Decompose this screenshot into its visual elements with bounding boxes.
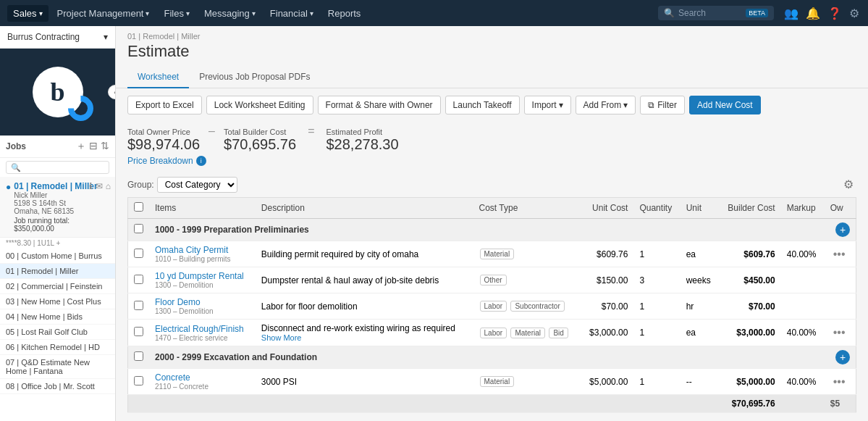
filter-jobs-icon[interactable]: ⊟	[89, 140, 98, 153]
add-new-cost-button[interactable]: Add New Cost	[689, 96, 761, 114]
item-row-city-permit: Omaha City Permit 1010 – Building permit…	[128, 241, 856, 267]
grid-settings-icon[interactable]: ⚙	[840, 176, 856, 193]
nav-project-management[interactable]: Project Management ▾	[51, 5, 156, 22]
job-02[interactable]: 02 | Commercial | Feinstein	[0, 279, 115, 294]
page-title: Estimate	[116, 41, 868, 67]
owner-price-label: Total Owner Price	[127, 128, 200, 136]
nav-sales-label: Sales	[13, 8, 37, 19]
item-elec-checkbox[interactable]	[134, 327, 143, 336]
item-dumpster-unit: weeks	[681, 267, 719, 293]
item-permit-more-icon[interactable]: •••	[830, 248, 848, 260]
item-dumpster-quantity: 3	[633, 267, 680, 293]
section-1-label: 1000 - 1999 Preparation Preliminaries	[155, 225, 309, 235]
price-breakdown-link[interactable]: Price Breakdown i	[116, 154, 868, 172]
item-floordemo-name[interactable]: Floor Demo	[155, 297, 250, 307]
cost-badge-material2: Material	[510, 328, 545, 338]
builder-cost-block: Total Builder Cost $70,695.76	[224, 128, 296, 153]
nav-messaging[interactable]: Messaging ▾	[198, 5, 261, 22]
show-more-link[interactable]: Show More	[261, 333, 468, 342]
tab-worksheet[interactable]: Worksheet	[127, 67, 189, 88]
sidebar-collapse-button[interactable]: ‹	[108, 85, 116, 99]
item-elec-more-icon[interactable]: •••	[830, 326, 848, 338]
tab-bar: Worksheet Previous Job Proposal PDFs	[116, 67, 868, 88]
item-floordemo-checkbox[interactable]	[134, 301, 143, 310]
item-elec-desc-text: Disconnect and re-work existing wiring a…	[261, 323, 468, 333]
add-from-button[interactable]: Add From ▾	[576, 96, 636, 114]
item-elec-name[interactable]: Electrical Rough/Finish	[155, 324, 250, 334]
item-elec-builder-cost: $3,000.00	[719, 320, 781, 346]
item-row-concrete: Concrete 2110 – Concrete 3000 PSI Materi…	[128, 369, 856, 395]
job-search	[6, 161, 109, 174]
item-dumpster-name[interactable]: 10 yd Dumpster Rental	[155, 271, 250, 281]
item-concrete-checkbox[interactable]	[134, 376, 143, 385]
section-2-add-button[interactable]: +	[835, 350, 850, 364]
item-floordemo-builder-cost: $70.00	[719, 293, 781, 320]
job-07[interactable]: 07 | Q&D Estimate New Home | Fantana	[0, 355, 115, 379]
nav-reports[interactable]: Reports	[322, 5, 367, 22]
group-select[interactable]: Cost Category	[157, 177, 237, 193]
item-floordemo-markup	[781, 293, 825, 320]
job-05[interactable]: 05 | Lost Rail Golf Club	[0, 325, 115, 340]
company-selector[interactable]: Burrus Contracting ▾	[0, 26, 115, 49]
grid-footer-row: $70,695.76 $5	[128, 395, 856, 413]
section-2-label: 2000 - 2999 Excavation and Foundation	[155, 352, 317, 362]
item-floordemo-desc: Labor for floor demolition	[256, 293, 473, 320]
job-search-input[interactable]	[11, 163, 104, 172]
item-elec-unit: ea	[681, 320, 719, 346]
nav-financial[interactable]: Financial ▾	[264, 5, 319, 22]
item-concrete-markup: 40.00%	[781, 369, 825, 395]
nav-msg-label: Messaging	[204, 8, 250, 19]
item-elec-sub: 1470 – Electric service	[155, 334, 250, 342]
export-excel-button[interactable]: Export to Excel	[127, 96, 202, 114]
active-job-client: Nick Miller	[14, 191, 109, 199]
section-1-add-button[interactable]: +	[835, 222, 850, 237]
nav-sales[interactable]: Sales ▾	[7, 5, 49, 22]
item-dumpster-checkbox[interactable]	[134, 275, 143, 284]
job-mail-icon[interactable]: ✉	[96, 181, 103, 191]
cost-badge-labor2: Labor	[480, 328, 507, 338]
job-06[interactable]: 06 | Kitchen Remodel | HD	[0, 340, 115, 355]
job-03[interactable]: 03 | New Home | Cost Plus	[0, 294, 115, 309]
item-permit-checkbox[interactable]	[134, 249, 143, 258]
item-concrete-name[interactable]: Concrete	[155, 372, 250, 383]
section-2-checkbox[interactable]	[134, 351, 143, 361]
company-name: Burrus Contracting	[7, 32, 80, 42]
item-floordemo-sub: 1300 – Demolition	[155, 307, 250, 315]
item-concrete-quantity: 1	[633, 369, 680, 395]
filter-button[interactable]: ⧉ Filter	[640, 96, 685, 114]
item-concrete-desc: 3000 PSI	[256, 369, 473, 395]
nav-pm-chevron: ▾	[146, 9, 149, 17]
item-concrete-more-icon[interactable]: •••	[830, 375, 848, 388]
launch-takeoff-button[interactable]: Launch Takeoff	[445, 96, 520, 114]
summary-row: Total Owner Price $98,974.06 – Total Bui…	[116, 122, 868, 154]
search-input[interactable]	[678, 8, 742, 18]
lock-worksheet-button[interactable]: Lock Worksheet Editing	[206, 96, 313, 114]
add-job-icon[interactable]: ＋	[76, 140, 86, 153]
help-icon[interactable]: ❓	[826, 5, 843, 22]
jobs-label[interactable]: Jobs	[6, 141, 26, 151]
job-info-icon[interactable]: ℹ	[89, 181, 93, 191]
job-00[interactable]: 00 | Custom Home | Burrus	[0, 249, 115, 264]
owner-price-value: $98,974.06	[127, 136, 200, 152]
team-icon[interactable]: 👥	[783, 5, 800, 22]
nav-sales-chevron: ▾	[39, 9, 43, 17]
bell-icon[interactable]: 🔔	[804, 5, 822, 22]
job-04[interactable]: 04 | New Home | Bids	[0, 309, 115, 325]
import-button[interactable]: Import ▾	[524, 96, 571, 114]
col-builder-cost: Builder Cost	[719, 198, 781, 219]
sort-jobs-icon[interactable]: ⇅	[101, 140, 109, 153]
nav-files[interactable]: Files ▾	[158, 5, 195, 22]
item-permit-name[interactable]: Omaha City Permit	[155, 245, 250, 255]
select-all-checkbox[interactable]	[134, 202, 143, 212]
tab-proposal-pdfs[interactable]: Previous Job Proposal PDFs	[189, 67, 320, 88]
job-01[interactable]: 01 | Remodel | Miller	[0, 264, 115, 279]
job-08[interactable]: 08 | Office Job | Mr. Scott	[0, 379, 115, 394]
cost-badge-subcontractor: Subcontractor	[510, 301, 564, 312]
settings-icon[interactable]: ⚙	[848, 5, 861, 22]
job-home-icon[interactable]: ⌂	[106, 181, 111, 191]
import-chevron-icon: ▾	[559, 100, 563, 110]
format-share-button[interactable]: Format & Share with Owner	[318, 96, 441, 114]
item-permit-desc: Building permit required by city of omah…	[256, 241, 473, 267]
nav-files-label: Files	[164, 8, 183, 19]
section-1-checkbox[interactable]	[134, 224, 143, 233]
